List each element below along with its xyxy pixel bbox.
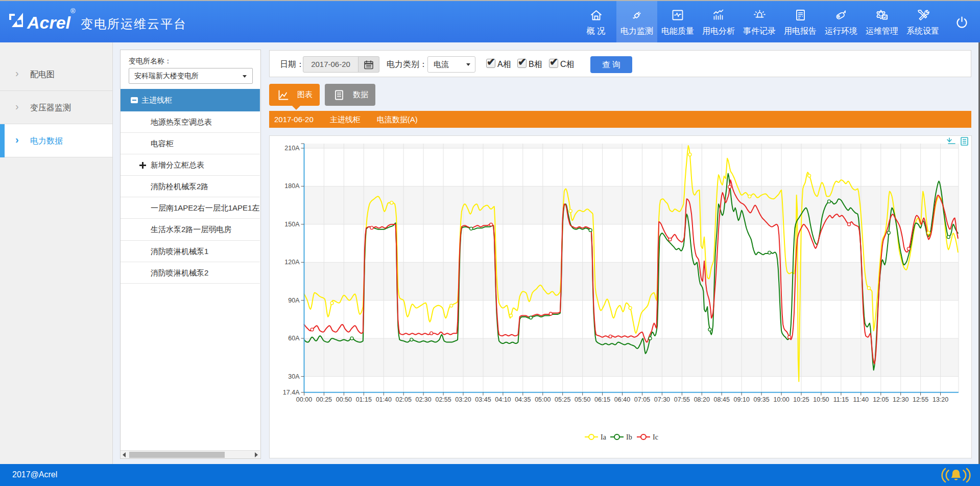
svg-text:10:50: 10:50 [813,396,829,403]
svg-text:07:30: 07:30 [654,396,670,403]
svg-text:07:05: 07:05 [634,396,650,403]
svg-text:10:00: 10:00 [773,396,789,403]
svg-text:180A: 180A [284,182,300,190]
svg-text:11:40: 11:40 [853,396,869,403]
svg-text:Ic: Ic [653,433,658,441]
svg-text:06:40: 06:40 [614,396,630,403]
svg-text:05:25: 05:25 [555,396,570,403]
svg-text:06:15: 06:15 [594,396,610,403]
svg-text:08:20: 08:20 [694,396,710,403]
svg-text:04:10: 04:10 [495,396,511,403]
svg-text:12:05: 12:05 [873,396,889,403]
svg-text:08:45: 08:45 [714,396,730,403]
svg-text:04:35: 04:35 [515,396,531,403]
svg-text:03:45: 03:45 [475,396,491,403]
svg-text:60A: 60A [288,335,300,342]
svg-text:150A: 150A [284,221,300,228]
svg-text:210A: 210A [284,145,300,152]
svg-text:Ib: Ib [626,433,632,441]
svg-text:01:40: 01:40 [376,396,392,403]
svg-text:09:35: 09:35 [753,396,769,403]
svg-text:03:20: 03:20 [455,396,471,403]
svg-text:02:55: 02:55 [435,396,451,403]
svg-text:05:00: 05:00 [535,396,551,403]
svg-text:12:55: 12:55 [913,396,928,403]
svg-text:Ia: Ia [601,433,607,441]
svg-text:02:05: 02:05 [396,396,412,403]
svg-text:11:15: 11:15 [833,396,849,403]
svg-text:05:50: 05:50 [575,396,590,403]
svg-text:13:20: 13:20 [933,396,948,403]
svg-text:02:30: 02:30 [415,396,431,403]
svg-text:120A: 120A [284,259,300,266]
svg-text:30A: 30A [288,373,300,380]
svg-text:12:30: 12:30 [893,396,909,403]
svg-text:00:25: 00:25 [316,396,332,403]
svg-text:10:25: 10:25 [793,396,809,403]
svg-text:07:55: 07:55 [674,396,690,403]
svg-text:00:50: 00:50 [336,396,352,403]
svg-text:90A: 90A [288,297,300,304]
svg-text:00:00: 00:00 [296,396,312,403]
svg-text:09:10: 09:10 [734,396,750,403]
svg-text:17.4A: 17.4A [283,389,300,396]
svg-text:01:15: 01:15 [356,396,372,403]
